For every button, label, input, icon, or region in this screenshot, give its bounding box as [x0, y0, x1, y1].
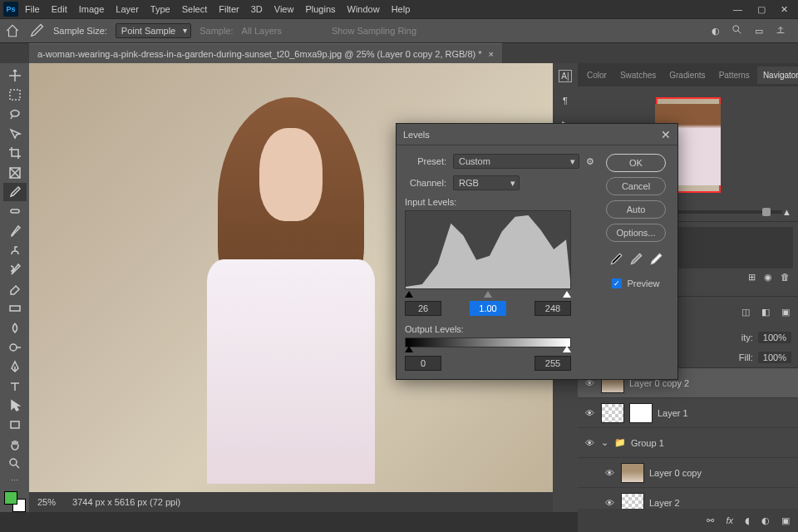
layer-row[interactable]: 👁Layer 0 copy	[578, 458, 798, 488]
healing-tool[interactable]	[3, 203, 27, 220]
home-icon[interactable]	[5, 23, 20, 38]
input-mid-field[interactable]: 1.00	[470, 301, 506, 316]
zoom-tool[interactable]	[3, 456, 27, 473]
tab-patterns[interactable]: Patterns	[713, 66, 756, 84]
layer-fx-icon[interactable]: fx	[726, 515, 733, 525]
adjustment-layer-icon[interactable]: ◐	[761, 515, 770, 526]
menu-window[interactable]: Window	[347, 4, 380, 14]
menu-file[interactable]: File	[25, 4, 40, 14]
visibility-toggle-icon[interactable]: 👁	[603, 498, 616, 508]
close-icon[interactable]: ✕	[781, 4, 788, 15]
maximize-icon[interactable]: ▢	[757, 4, 766, 15]
dialog-titlebar[interactable]: Levels ✕	[397, 124, 677, 145]
auto-button[interactable]: Auto	[606, 200, 666, 219]
blur-tool[interactable]	[3, 319, 27, 337]
output-black-slider[interactable]	[405, 346, 413, 352]
path-select-tool[interactable]	[3, 397, 27, 414]
layer-name[interactable]: Layer 1	[658, 408, 688, 418]
tab-gradients[interactable]: Gradients	[663, 66, 711, 84]
character-panel-icon[interactable]: A|	[559, 70, 571, 82]
marquee-tool[interactable]	[3, 86, 27, 103]
menu-type[interactable]: Type	[150, 4, 170, 14]
group-icon[interactable]: ▣	[781, 515, 790, 526]
gradient-tool[interactable]	[3, 300, 27, 318]
opacity-value[interactable]: 100%	[758, 332, 791, 343]
visibility-toggle-icon[interactable]: 👁	[583, 438, 596, 448]
cancel-button[interactable]: Cancel	[606, 177, 666, 195]
document-tab[interactable]: a-woman-wearing-a-pink-dress-in-a-garden…	[29, 43, 502, 63]
gray-eyedropper-icon[interactable]	[628, 252, 643, 267]
menu-filter[interactable]: Filter	[219, 4, 239, 14]
black-point-slider[interactable]	[405, 291, 413, 298]
layer-row[interactable]: 👁Layer 1	[578, 398, 798, 428]
search-icon[interactable]	[732, 24, 743, 37]
zoom-display[interactable]: 25%	[37, 497, 56, 507]
pen-tool[interactable]	[3, 358, 27, 376]
new-snapshot-icon[interactable]: ⊞	[748, 272, 756, 283]
frame-tool[interactable]	[3, 164, 27, 181]
eyedropper-tool[interactable]	[3, 183, 27, 200]
ok-button[interactable]: OK	[606, 154, 666, 172]
camera-icon[interactable]: ◉	[764, 272, 772, 283]
preset-settings-icon[interactable]: ⚙	[586, 156, 594, 167]
channel-dropdown[interactable]: RGB	[453, 175, 520, 190]
workspace-icon[interactable]: ▭	[755, 26, 763, 37]
mask-icon[interactable]: ▣	[781, 307, 790, 318]
paragraph-panel-icon[interactable]: ¶	[563, 96, 568, 106]
history-brush-tool[interactable]	[3, 261, 27, 278]
tab-close-icon[interactable]: ×	[489, 49, 494, 59]
type-tool[interactable]	[3, 377, 27, 395]
output-white-field[interactable]: 255	[534, 356, 571, 371]
menu-edit[interactable]: Edit	[52, 4, 67, 14]
layer-row[interactable]: 👁⌄📁Group 1	[578, 428, 798, 458]
move-tool[interactable]	[3, 66, 27, 84]
show-sampling-ring-checkbox[interactable]: Show Sampling Ring	[332, 26, 416, 36]
layer-name[interactable]: Group 1	[631, 438, 664, 448]
tab-navigator[interactable]: Navigator	[757, 66, 798, 84]
dialog-close-icon[interactable]: ✕	[661, 128, 671, 141]
quick-select-tool[interactable]	[3, 125, 27, 142]
rectangle-tool[interactable]	[3, 416, 27, 434]
white-point-slider[interactable]	[563, 291, 571, 298]
options-button[interactable]: Options...	[606, 224, 666, 242]
menu-layer[interactable]: Layer	[116, 4, 139, 14]
visibility-toggle-icon[interactable]: 👁	[583, 408, 596, 418]
crop-icon[interactable]: ◫	[741, 307, 750, 318]
tab-swatches[interactable]: Swatches	[614, 66, 662, 84]
menu-view[interactable]: View	[274, 4, 294, 14]
menu-help[interactable]: Help	[392, 4, 411, 14]
share-icon[interactable]	[775, 24, 786, 37]
tab-color[interactable]: Color	[581, 66, 613, 84]
nav-zoom-in-icon[interactable]: ▲	[782, 207, 791, 217]
white-eyedropper-icon[interactable]	[648, 252, 663, 267]
lasso-tool[interactable]	[3, 106, 27, 123]
clone-stamp-tool[interactable]	[3, 241, 27, 259]
adjust-icon[interactable]: ◧	[761, 307, 770, 318]
menu-3d[interactable]: 3D	[251, 4, 263, 14]
crop-tool[interactable]	[3, 145, 27, 162]
cloud-docs-icon[interactable]: ◐	[712, 26, 720, 37]
toolbar-more-icon[interactable]: ⋯	[11, 476, 18, 485]
eraser-tool[interactable]	[3, 280, 27, 298]
eyedropper-preview-icon[interactable]	[28, 22, 45, 39]
link-layers-icon[interactable]: ⚯	[707, 515, 714, 526]
color-swatches[interactable]	[4, 491, 26, 512]
layer-mask-icon[interactable]: ◖	[745, 515, 750, 526]
output-white-slider[interactable]	[563, 346, 571, 352]
layer-name[interactable]: Layer 2	[649, 498, 680, 508]
preset-dropdown[interactable]: Custom	[453, 154, 579, 169]
midtone-slider[interactable]	[484, 291, 492, 298]
layer-name[interactable]: Layer 0 copy	[649, 468, 702, 478]
fill-value[interactable]: 100%	[758, 352, 791, 363]
foreground-color-swatch[interactable]	[4, 491, 17, 505]
menu-select[interactable]: Select	[182, 4, 208, 14]
brush-tool[interactable]	[3, 222, 27, 239]
group-expand-icon[interactable]: ⌄	[601, 437, 609, 448]
menu-plugins[interactable]: Plugins	[305, 4, 335, 14]
input-black-field[interactable]: 26	[405, 301, 441, 316]
input-white-field[interactable]: 248	[534, 301, 571, 316]
sample-size-dropdown[interactable]: Point Sample	[116, 23, 191, 38]
preview-checkbox[interactable]: ✓ Preview	[612, 278, 659, 288]
trash-icon[interactable]: 🗑	[781, 272, 790, 283]
menu-image[interactable]: Image	[79, 4, 105, 14]
